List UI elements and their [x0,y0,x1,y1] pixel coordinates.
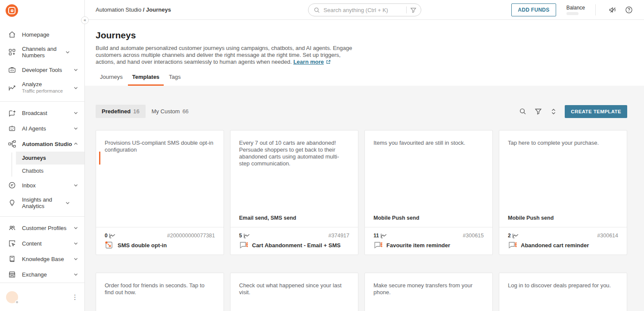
usage-count: 0 [105,233,108,239]
sidebar-item-content[interactable]: Content [0,236,84,251]
global-search[interactable] [308,3,421,16]
template-card[interactable]: Provisions US-compliant SMS double opt-i… [96,130,224,255]
status-dot [15,300,19,304]
sort-templates-button[interactable] [548,106,560,118]
chevron-down-icon [65,50,70,55]
sidebar-footer: ⋮ [0,283,84,311]
sidebar-item-label: Automation Studio [22,141,73,147]
usage-chart-icon [243,233,250,239]
sidebar-item-knowledge-base[interactable]: Knowledge Base [0,251,84,267]
sidebar-collapse-button[interactable]: « [81,16,89,24]
sidebar-divider [0,216,84,217]
robot-icon [8,124,16,133]
tab-journeys[interactable]: Journeys [96,74,127,86]
toggle-predefined[interactable]: Predefined16 [96,105,146,118]
template-description: Provisions US-compliant SMS double opt-i… [105,140,215,153]
template-type-toggle: Predefined16 My Custom66 [96,105,195,118]
sidebar-item-homepage[interactable]: Homepage [0,27,84,42]
template-id: #300615 [463,233,484,239]
chevron-down-icon [73,67,78,72]
tab-templates[interactable]: Templates [128,74,164,86]
channels-numbers-icon [8,48,16,56]
sidebar-item-label: Customer Profiles [22,225,73,231]
sidebar-item-insights-analytics[interactable]: Insights and Analytics [0,193,84,213]
breadcrumb-parent[interactable]: Automation Studio [96,6,141,13]
people-icon [8,224,16,232]
chevron-down-icon [65,200,70,205]
template-description: Order food for friends in seconds. Tap t… [105,282,215,296]
search-icon [314,7,320,13]
sidebar-item-broadcast[interactable]: Broadcast [0,105,84,121]
search-input[interactable] [324,7,403,13]
template-card[interactable]: Order food for friends in seconds. Tap t… [96,273,224,311]
chevron-down-icon [73,241,78,246]
infobip-logo-icon[interactable] [6,4,18,17]
template-card[interactable]: Make secure money transfers from your ph… [364,273,493,311]
storefront-icon [8,270,16,279]
template-id: #300614 [597,233,618,239]
usage-chart-icon [109,233,116,239]
sidebar-item-exchange[interactable]: Exchange [0,267,84,282]
help-button[interactable] [622,3,635,16]
create-template-button[interactable]: CREATE TEMPLATE [565,105,627,118]
journey-bubble-icon [373,241,383,249]
automation-studio-icon [8,140,16,148]
book-icon [8,255,16,263]
sidebar-item-channels-and-numbers[interactable]: Channels and Numbers [0,42,84,62]
sidebar-item-label: Insights and Analytics [22,196,65,209]
templates-panel: Predefined16 My Custom66 CREATE TEMPLATE [85,86,644,311]
sidebar-item-ai-agents[interactable]: AI Agents [0,121,84,136]
balance-label: Balance [566,5,585,11]
sidebar-item-label: AnalyzeTraffic performance [22,81,73,94]
sidebar-subitem-journeys[interactable]: Journeys [16,152,84,165]
sidebar-item-inbox[interactable]: Inbox [0,177,84,193]
template-name: Abandoned cart reminder [521,242,589,249]
sidebar-subitem-chatbots[interactable]: Chatbots [16,165,84,177]
sidebar-item-label: Developer Tools [22,67,73,73]
sidebar-item-label: Channels and Numbers [22,46,65,59]
learn-more-link[interactable]: Learn more [293,59,324,65]
template-channels: Mobile Push send [373,215,484,221]
template-description: Log in to discover deals prepared for yo… [508,282,618,289]
kebab-menu-icon[interactable]: ⋮ [72,296,78,298]
avatar[interactable] [6,291,18,303]
developer-tools-icon [8,65,16,74]
chevron-down-icon [73,110,78,115]
template-card[interactable]: Log in to discover deals prepared for yo… [499,273,627,311]
inbox-icon [8,181,16,190]
mute-button[interactable] [606,3,619,16]
sidebar-item-customer-profiles[interactable]: Customer Profiles [0,220,84,236]
sidebar-item-label: Homepage [22,31,78,38]
sidebar-item-developer-tools[interactable]: Developer Tools [0,62,84,78]
breadcrumb-separator: / [143,6,145,13]
template-description: Every 7 out of 10 carts are abandoned! P… [239,140,349,167]
sidebar-item-automation-studio[interactable]: Automation Studio [0,136,84,152]
chevron-up-icon [73,141,78,146]
sidebar-subitem-label: Chatbots [22,168,44,174]
tab-tags[interactable]: Tags [165,74,185,86]
template-card[interactable]: Check out what happened since your last … [230,273,358,311]
template-name: SMS double opt-in [118,242,167,249]
search-filter-icon[interactable] [410,7,417,13]
filter-templates-button[interactable] [532,106,544,118]
divider [595,4,596,16]
template-card[interactable]: Items you favourited are still in stock.… [364,130,493,255]
external-link-icon [326,59,331,66]
template-description: Check out what happened since your last … [239,282,349,296]
balance: Balance [566,5,585,15]
page-title: Journeys [96,30,633,40]
sidebar-item-sublabel: Traffic performance [22,88,73,94]
search-templates-button[interactable] [516,106,529,118]
sidebar-item-label: Content [22,240,73,247]
active-indicator [99,152,100,165]
toggle-my-custom[interactable]: My Custom66 [146,105,195,118]
template-card[interactable]: Every 7 out of 10 carts are abandoned! P… [230,130,358,255]
chevron-down-icon [73,256,78,261]
analyze-chart-icon [8,84,16,92]
add-funds-button[interactable]: ADD FUNDS [511,3,556,16]
template-card[interactable]: Tap here to complete your purchase. Mobi… [499,130,627,255]
sidebar-item-label: Broadcast [22,110,73,116]
funnel-icon [535,108,542,115]
content-icon [8,239,16,248]
sidebar-item-analyze[interactable]: AnalyzeTraffic performance [0,78,84,98]
